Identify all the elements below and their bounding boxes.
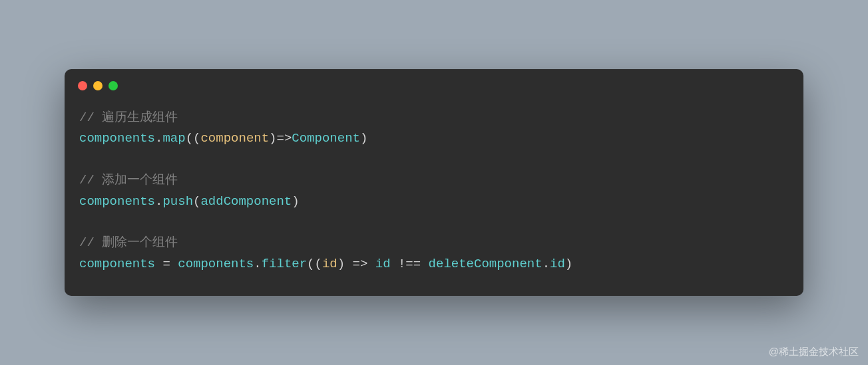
code-comment: // 遍历生成组件	[79, 110, 178, 125]
code-token	[391, 257, 398, 271]
code-comment: // 删除一个组件	[79, 235, 178, 250]
code-token: =>	[345, 257, 375, 271]
code-token: Component	[292, 131, 360, 146]
code-comment: // 添加一个组件	[79, 173, 178, 187]
code-token: !==	[398, 257, 421, 271]
code-token: addComponent	[200, 194, 292, 209]
code-token: component	[200, 131, 269, 146]
watermark-text: @稀土掘金技术社区	[769, 346, 859, 358]
code-token: components	[79, 257, 155, 271]
maximize-icon[interactable]	[108, 81, 118, 90]
code-token: )	[337, 257, 345, 271]
code-token: map	[162, 131, 185, 146]
code-token: .	[155, 194, 162, 209]
code-token: filter	[262, 257, 307, 271]
code-token: components	[178, 257, 254, 271]
code-token: id	[550, 257, 565, 271]
code-token: ((	[186, 131, 201, 146]
code-token: )	[269, 131, 276, 146]
code-token: id	[375, 257, 391, 271]
code-content: // 遍历生成组件 components.map((component)=>Co…	[65, 96, 803, 296]
code-token: =>	[277, 131, 292, 146]
code-token: deleteComponent	[429, 257, 542, 271]
code-token	[421, 257, 428, 271]
code-token: .	[155, 131, 162, 146]
code-token: (	[193, 194, 200, 209]
code-window: // 遍历生成组件 components.map((component)=>Co…	[65, 69, 803, 296]
code-token: )	[360, 131, 367, 146]
code-token: )	[292, 194, 299, 209]
window-titlebar	[65, 69, 803, 96]
close-icon[interactable]	[78, 81, 87, 90]
code-token: .	[254, 257, 261, 271]
code-token: =	[155, 257, 178, 271]
code-token: components	[79, 131, 155, 146]
code-token: .	[542, 257, 550, 271]
code-token: id	[322, 257, 337, 271]
code-token: components	[79, 194, 155, 209]
minimize-icon[interactable]	[93, 81, 103, 90]
code-token: )	[565, 257, 572, 271]
code-token: ((	[307, 257, 322, 271]
code-token: push	[162, 194, 193, 209]
